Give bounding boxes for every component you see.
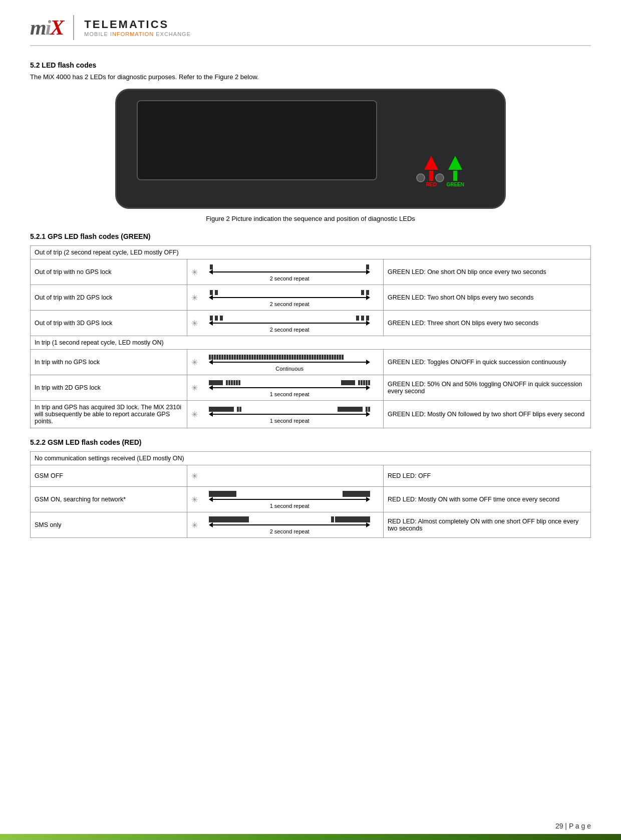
row-diagram: ✳ — [187, 512, 384, 538]
pulse-block — [306, 355, 308, 360]
arrowhead-right — [366, 385, 370, 390]
gsm-table: No communication settings received (LED … — [30, 451, 591, 538]
pulse-block — [341, 380, 355, 385]
double-arrow — [209, 295, 370, 300]
pulse-block — [209, 491, 236, 497]
table-row: Out of trip with no GPS lock ✳ — [31, 259, 591, 285]
table-row: In trip with no GPS lock ✳ — [31, 350, 591, 375]
row-desc: GSM OFF — [31, 465, 187, 487]
arrowhead-left — [209, 360, 213, 365]
pulse-block — [304, 355, 306, 360]
diagram-main: 1 second repeat — [200, 490, 379, 509]
pulse-block — [284, 355, 286, 360]
pulse-block — [317, 355, 319, 360]
double-arrow — [209, 412, 370, 417]
pulse-block — [327, 355, 329, 360]
pulse-block — [233, 380, 235, 385]
pulse-block — [264, 355, 266, 360]
arrowhead-right — [366, 412, 370, 417]
row-desc: In trip and GPS has acquired 3D lock. Th… — [31, 401, 187, 428]
pulse-block — [361, 380, 363, 385]
pulse-block — [256, 355, 258, 360]
pulse-block — [236, 380, 238, 385]
arrow-line-h — [213, 271, 366, 272]
pulse-block — [221, 355, 223, 360]
pulse-block — [229, 355, 231, 360]
pulse-block — [210, 316, 213, 321]
footer-green-bar — [0, 834, 621, 840]
pulses-top — [209, 262, 370, 269]
pulse-block — [286, 355, 288, 360]
pulse-block — [220, 316, 223, 321]
diagram-main: Continuous — [200, 353, 379, 372]
pulse-block — [259, 355, 261, 360]
brand-title: TELEMATICS — [84, 18, 191, 31]
pulse-block — [246, 355, 248, 360]
row-desc: GSM ON, searching for network* — [31, 487, 187, 512]
pulse-block — [343, 491, 370, 497]
sun-icon: ✳ — [191, 471, 198, 481]
pulse-block — [319, 355, 321, 360]
pulses-top — [209, 515, 370, 522]
arrow-up-red-shape — [424, 156, 438, 170]
row-diagram: ✳ 1 second — [187, 487, 384, 512]
pulse-block — [276, 355, 278, 360]
repeat-label: 1 second repeat — [270, 503, 309, 509]
diagram-cell: ✳ 2 second — [191, 262, 379, 282]
pulse-block — [209, 380, 223, 385]
double-arrow — [209, 360, 370, 365]
double-arrow — [209, 385, 370, 390]
pulse-block — [366, 380, 368, 385]
repeat-label: 1 second repeat — [270, 391, 309, 397]
pulses-top — [209, 353, 370, 360]
row-diagram: ✳ — [187, 311, 384, 336]
row-text: GREEN LED: Toggles ON/OFF in quick succe… — [383, 350, 590, 375]
diagram-main: 1 second repeat — [200, 405, 379, 424]
row-diagram: ✳ 2 second — [187, 259, 384, 285]
pulse-block — [234, 355, 236, 360]
pulse-block — [366, 290, 369, 295]
pulse-block — [279, 355, 281, 360]
pulse-block — [363, 380, 365, 385]
arrow-line-h — [213, 297, 366, 298]
sun-icon: ✳ — [191, 358, 198, 367]
gsm-table-header: No communication settings received (LED … — [31, 452, 591, 465]
pulse-block — [209, 355, 211, 360]
section-52-heading: 5.2 LED flash codes — [30, 61, 591, 69]
diagram-cell: ✳ 1 second — [191, 490, 379, 509]
diagram-main: 2 second repeat — [200, 288, 379, 307]
pulse-block — [237, 407, 239, 412]
table-row: GSM OFF ✳ RED LED: OFF — [31, 465, 591, 487]
diagram-main: 2 second repeat — [200, 314, 379, 333]
row-diagram: ✳ — [187, 375, 384, 401]
row-text: GREEN LED: Three short ON blips every tw… — [383, 311, 590, 336]
pulse-block — [274, 355, 276, 360]
pulse-block — [361, 290, 364, 295]
led-dot-red — [416, 173, 425, 182]
row-desc: Out of trip with no GPS lock — [31, 259, 187, 285]
figure-caption: Figure 2 Picture indication the sequence… — [30, 215, 591, 222]
pulse-block — [366, 264, 369, 269]
diagram-main: 1 second repeat — [200, 378, 379, 397]
arrow-line-h — [213, 323, 366, 324]
table-row: Out of trip with 3D GPS lock ✳ — [31, 311, 591, 336]
pulse-block — [294, 355, 296, 360]
arrowhead-left — [209, 522, 213, 527]
pulse-block — [342, 355, 344, 360]
device-image-container: RED GREEN — [30, 89, 591, 209]
sun-icon: ✳ — [191, 383, 198, 393]
pulses-top — [209, 288, 370, 295]
table-row: GSM ON, searching for network* ✳ — [31, 487, 591, 512]
arrowhead-left — [209, 269, 213, 274]
page-number: 29 | P a g e — [555, 822, 591, 830]
row-diagram: ✳ — [187, 401, 384, 428]
pulses-top — [209, 490, 370, 497]
led-green-label: GREEN — [446, 182, 464, 187]
pulse-block — [238, 380, 240, 385]
arrowhead-right — [366, 497, 370, 502]
pulse-block — [339, 355, 341, 360]
gps-table: Out of trip (2 second repeat cycle, LED … — [30, 245, 591, 428]
row-text: RED LED: OFF — [383, 465, 590, 487]
gps-table-subheader: In trip (1 second repeat cycle, LED most… — [31, 336, 591, 350]
arrow-stem-green-shape — [453, 171, 457, 181]
